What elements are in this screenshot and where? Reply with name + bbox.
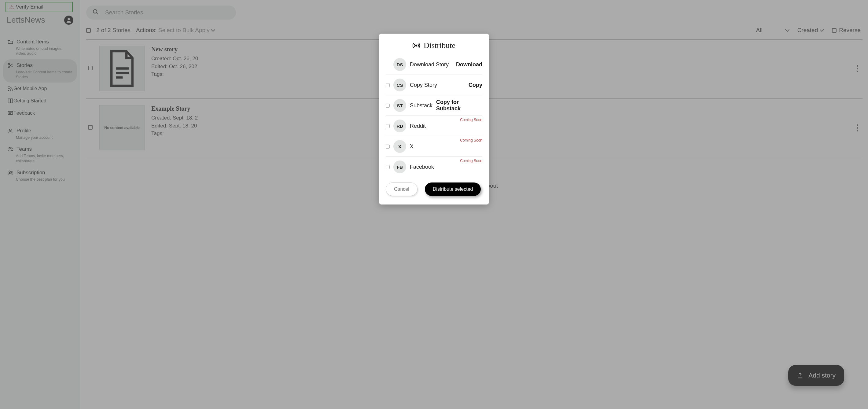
broadcast-icon xyxy=(413,42,420,49)
cancel-button[interactable]: Cancel xyxy=(386,183,417,196)
modal-title: Distribute xyxy=(386,41,482,50)
distribute-modal: Distribute DS Download Story Download CS… xyxy=(379,34,489,204)
distribute-item-reddit: Coming Soon RD Reddit xyxy=(386,116,482,136)
option-label: Reddit xyxy=(410,123,482,129)
coming-soon-label: Coming Soon xyxy=(460,138,482,143)
distribute-item-download: DS Download Story Download xyxy=(386,55,482,75)
option-label: Facebook xyxy=(410,164,482,170)
coming-soon-label: Coming Soon xyxy=(460,118,482,122)
distribute-item-copy: CS Copy Story Copy xyxy=(386,75,482,95)
badge: ST xyxy=(393,99,406,112)
distribute-item-x: Coming Soon X X xyxy=(386,136,482,157)
option-checkbox[interactable] xyxy=(386,104,390,107)
svg-point-11 xyxy=(416,45,417,46)
option-checkbox[interactable] xyxy=(386,124,390,128)
copy-action[interactable]: Copy xyxy=(468,82,482,88)
option-label: Substack xyxy=(410,102,432,109)
distribute-options: DS Download Story Download CS Copy Story… xyxy=(386,55,482,177)
distribute-item-facebook: Coming Soon FB Facebook xyxy=(386,157,482,177)
option-checkbox[interactable] xyxy=(386,83,390,87)
distribute-selected-button[interactable]: Distribute selected xyxy=(425,183,481,196)
coming-soon-label: Coming Soon xyxy=(460,159,482,163)
distribute-item-substack: ST Substack Copy for Substack xyxy=(386,95,482,116)
badge: CS xyxy=(393,78,406,91)
option-checkbox[interactable] xyxy=(386,145,390,149)
option-label: Download Story xyxy=(410,61,452,68)
badge: FB xyxy=(393,160,406,173)
option-checkbox[interactable] xyxy=(386,165,390,169)
option-label: X xyxy=(410,144,482,150)
download-action[interactable]: Download xyxy=(456,61,482,68)
copy-substack-action[interactable]: Copy for Substack xyxy=(436,99,482,112)
badge: DS xyxy=(393,58,406,71)
option-label: Copy Story xyxy=(410,82,465,88)
badge: RD xyxy=(393,120,406,132)
modal-overlay[interactable]: Distribute DS Download Story Download CS… xyxy=(0,0,868,409)
badge: X xyxy=(393,140,406,153)
